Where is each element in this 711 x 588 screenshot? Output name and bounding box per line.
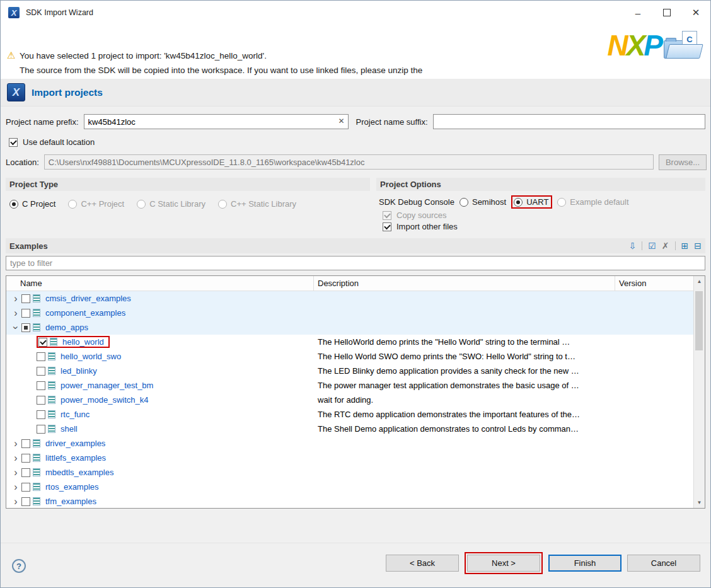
expand-chevron-icon[interactable] bbox=[10, 481, 21, 493]
row-name[interactable]: rtos_examples bbox=[43, 482, 101, 492]
row-name[interactable]: hello_world bbox=[61, 337, 106, 347]
examples-filter-input[interactable] bbox=[6, 256, 705, 270]
row-checkbox[interactable] bbox=[37, 396, 45, 405]
minimize-button[interactable]: – bbox=[623, 1, 652, 25]
radio-c-project[interactable]: C Project bbox=[9, 199, 55, 209]
table-row[interactable]: littlefs_examples bbox=[6, 451, 705, 465]
copy-sources-checkbox[interactable] bbox=[383, 211, 391, 220]
import-other-files-checkbox[interactable] bbox=[383, 222, 391, 231]
example-icon bbox=[33, 439, 40, 447]
table-row[interactable]: driver_examples bbox=[6, 436, 705, 451]
select-all-icon[interactable]: ☑ bbox=[648, 241, 656, 250]
row-checkbox[interactable] bbox=[21, 323, 30, 332]
row-name[interactable]: led_blinky bbox=[59, 366, 99, 376]
radio-cpp-project[interactable]: C++ Project bbox=[68, 199, 124, 209]
clear-prefix-icon[interactable]: ✕ bbox=[338, 117, 345, 125]
column-header-version[interactable]: Version bbox=[615, 276, 705, 291]
row-name[interactable]: driver_examples bbox=[43, 439, 107, 448]
table-body: cmsis_driver_examples component_examples… bbox=[6, 291, 705, 509]
expand-chevron-icon[interactable] bbox=[10, 496, 21, 507]
row-checkbox[interactable] bbox=[37, 367, 45, 376]
row-name[interactable]: shell bbox=[59, 424, 79, 434]
maximize-button[interactable] bbox=[652, 1, 681, 25]
table-row[interactable]: power_manager_test_bm The power manager … bbox=[6, 378, 705, 393]
table-row[interactable]: hello_world The HelloWorld demo prints t… bbox=[6, 335, 705, 349]
collapse-all-icon[interactable]: ⊟ bbox=[694, 241, 702, 250]
table-row[interactable]: shell The Shell Demo application demonst… bbox=[6, 422, 705, 436]
row-checkbox[interactable] bbox=[21, 309, 30, 318]
scroll-up-icon[interactable]: ▲ bbox=[694, 276, 705, 287]
project-name-prefix-input[interactable] bbox=[84, 114, 349, 129]
row-name[interactable]: littlefs_examples bbox=[43, 453, 108, 463]
table-row[interactable]: power_mode_switch_k4 wait for adding. bbox=[6, 393, 705, 407]
row-name[interactable]: tfm_examples bbox=[43, 497, 98, 506]
expand-chevron-icon[interactable] bbox=[10, 293, 21, 304]
row-description: The RTC demo application demonstrates th… bbox=[314, 410, 615, 419]
radio-example-default[interactable]: Example default bbox=[557, 197, 628, 207]
row-name[interactable]: component_examples bbox=[43, 308, 127, 318]
table-row[interactable]: component_examples bbox=[6, 306, 705, 320]
row-checkbox[interactable] bbox=[21, 468, 30, 477]
table-row[interactable]: mbedtls_examples bbox=[6, 465, 705, 480]
banner-message-line1: You have selected 1 project to import: '… bbox=[20, 51, 267, 61]
expand-chevron-icon[interactable] bbox=[10, 308, 21, 319]
row-checkbox[interactable] bbox=[21, 454, 30, 463]
row-checkbox[interactable] bbox=[21, 439, 30, 448]
browse-button[interactable]: Browse... bbox=[659, 154, 707, 170]
scroll-down-icon[interactable]: ▼ bbox=[694, 497, 705, 508]
back-button[interactable]: < Back bbox=[386, 555, 459, 572]
expand-chevron-icon[interactable] bbox=[10, 322, 21, 333]
close-button[interactable]: ✕ bbox=[681, 1, 710, 25]
table-row[interactable]: tfm_examples bbox=[6, 494, 705, 509]
column-header-description[interactable]: Description bbox=[314, 276, 615, 291]
finish-button[interactable]: Finish bbox=[548, 555, 621, 572]
row-name[interactable]: hello_world_swo bbox=[59, 352, 123, 361]
radio-uart[interactable]: UART bbox=[514, 197, 548, 207]
project-name-suffix-input[interactable] bbox=[433, 114, 705, 129]
import-example-icon[interactable]: ⇩ bbox=[629, 241, 637, 250]
clear-selection-icon[interactable]: ✗ bbox=[662, 241, 669, 250]
row-name-wrap: cmsis_driver_examples bbox=[21, 294, 133, 303]
expand-chevron-icon[interactable] bbox=[10, 467, 21, 478]
table-row[interactable]: led_blinky The LED Blinky demo applicati… bbox=[6, 364, 705, 378]
table-row[interactable]: rtos_examples bbox=[6, 480, 705, 494]
row-name[interactable]: power_mode_switch_k4 bbox=[59, 395, 150, 405]
radio-c-static-library[interactable]: C Static Library bbox=[137, 199, 205, 209]
row-checkbox[interactable] bbox=[37, 352, 45, 361]
row-name-wrap: driver_examples bbox=[21, 439, 107, 448]
row-name[interactable]: power_manager_test_bm bbox=[59, 381, 155, 390]
row-checkbox[interactable] bbox=[37, 381, 45, 390]
table-row[interactable]: rtc_func The RTC demo application demons… bbox=[6, 407, 705, 422]
row-checkbox[interactable] bbox=[37, 410, 45, 419]
row-name-cell: cmsis_driver_examples bbox=[6, 293, 314, 304]
radio-semihost[interactable]: Semihost bbox=[460, 197, 506, 207]
row-name-wrap: power_mode_switch_k4 bbox=[37, 395, 150, 405]
project-options-header: Project Options bbox=[376, 178, 705, 191]
radio-cpp-static-library[interactable]: C++ Static Library bbox=[218, 199, 296, 209]
table-row[interactable]: demo_apps bbox=[6, 320, 705, 335]
expand-chevron-icon[interactable] bbox=[10, 438, 21, 449]
row-checkbox[interactable] bbox=[21, 497, 30, 506]
expand-all-icon[interactable]: ⊞ bbox=[681, 241, 689, 250]
table-row[interactable]: cmsis_driver_examples bbox=[6, 291, 705, 306]
help-button[interactable]: ? bbox=[12, 559, 26, 573]
expand-chevron-icon[interactable] bbox=[10, 453, 21, 464]
radio-semihost-icon bbox=[460, 198, 468, 207]
row-checkbox[interactable] bbox=[38, 338, 47, 347]
row-name-wrap: power_manager_test_bm bbox=[37, 381, 155, 390]
row-name[interactable]: cmsis_driver_examples bbox=[43, 294, 133, 303]
row-name[interactable]: mbedtls_examples bbox=[43, 468, 115, 477]
scrollbar-thumb[interactable] bbox=[695, 291, 703, 350]
row-name[interactable]: rtc_func bbox=[59, 410, 91, 419]
table-row[interactable]: hello_world_swo The Hello World SWO demo… bbox=[6, 349, 705, 364]
row-checkbox[interactable] bbox=[21, 483, 30, 492]
next-button[interactable]: Next > bbox=[467, 555, 540, 572]
row-checkbox[interactable] bbox=[21, 294, 30, 303]
use-default-location-checkbox[interactable] bbox=[9, 138, 18, 147]
cancel-button[interactable]: Cancel bbox=[627, 555, 700, 572]
vertical-scrollbar[interactable]: ▲ ▼ bbox=[693, 276, 705, 508]
row-checkbox[interactable] bbox=[37, 425, 45, 434]
column-header-name[interactable]: Name bbox=[6, 276, 314, 291]
location-row: Location: Browse... bbox=[6, 154, 707, 170]
row-name[interactable]: demo_apps bbox=[43, 323, 90, 332]
